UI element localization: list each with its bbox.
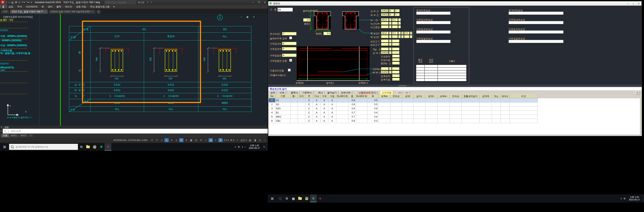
grid-column-header[interactable]: 개소 — [492, 94, 500, 98]
layout-tab-1[interactable]: 배치1 — [10, 134, 18, 137]
rebar-field[interactable] — [389, 35, 392, 38]
table-cell[interactable] — [414, 119, 425, 123]
viewport-scale[interactable]: 1:1 ▾ — [223, 138, 229, 142]
table-cell[interactable] — [438, 98, 450, 102]
rebar-field[interactable] — [398, 22, 401, 25]
concrete-field[interactable]: C — [282, 32, 296, 35]
table-cell[interactable] — [438, 111, 450, 115]
rebar-field[interactable] — [392, 62, 400, 65]
selection-cycling-icon[interactable]: ◫ — [194, 138, 198, 142]
table-cell[interactable] — [298, 115, 305, 119]
rebar-field[interactable] — [392, 74, 400, 77]
table-cell[interactable] — [480, 115, 492, 119]
table-cell[interactable]: WG1 — [275, 115, 290, 119]
concrete-reinf-input[interactable] — [416, 12, 450, 15]
annotation-monitor-icon[interactable]: ◨ — [253, 138, 257, 142]
rebar-field[interactable]: HD13 — [381, 18, 389, 21]
calc-cell[interactable] — [424, 70, 438, 73]
table-cell[interactable]: 1 — [269, 98, 275, 102]
ribbon-tab-apps[interactable]: 주요 응용프로그램 — [88, 5, 111, 9]
form-in-reinf-input[interactable] — [416, 21, 450, 24]
table-cell[interactable]: 0.4 — [367, 115, 378, 119]
rebar-field[interactable] — [398, 35, 401, 38]
ribbon-tab-home[interactable]: 홈 — [0, 5, 7, 9]
grid-column-header[interactable]: 길이L — [414, 94, 425, 98]
osnap-toggle-icon[interactable]: ⊓ — [179, 138, 184, 142]
grid-column-header[interactable]: 층~ — [290, 94, 298, 98]
grid-column-header[interactable]: 세대수 — [500, 94, 510, 98]
table-cell[interactable]: 0.7 — [348, 111, 356, 115]
width-value-field[interactable]: 0.5 — [323, 32, 331, 35]
rebar-field[interactable] — [398, 32, 401, 35]
rebar-field[interactable] — [392, 25, 398, 28]
table-cell[interactable] — [480, 107, 492, 111]
new-tab-button[interactable]: + — [96, 10, 100, 14]
rebar-field[interactable] — [392, 71, 400, 74]
table-cell[interactable]: A — [328, 107, 336, 111]
rebar-field[interactable]: SHD22 — [381, 51, 389, 54]
table-cell[interactable] — [298, 107, 305, 111]
calc-cell[interactable] — [424, 76, 438, 79]
rebar-field[interactable] — [389, 67, 392, 70]
plot-icon[interactable]: ⎙ — [18, 1, 20, 4]
table-cell[interactable] — [438, 115, 450, 119]
viewport-window-controls[interactable]: ─ ▣ ✕ — [240, 16, 257, 18]
table-cell[interactable] — [414, 111, 425, 115]
table-cell[interactable]: C — [305, 98, 313, 102]
network-icon[interactable]: ⌁ — [244, 146, 246, 148]
table-cell[interactable]: G2 — [275, 102, 290, 107]
table-cell[interactable]: 5 — [269, 115, 275, 119]
close-tab-icon[interactable]: ✕ — [92, 11, 93, 13]
table-row[interactable]: 3G2ACAAA0.80.6 — [269, 107, 538, 111]
infer-icon[interactable]: ◇ — [160, 138, 164, 142]
table-cell[interactable]: 0.4 — [367, 111, 378, 115]
table-cell[interactable] — [510, 111, 538, 115]
table-cell[interactable] — [462, 98, 480, 102]
taskbar-search-input[interactable] — [15, 145, 75, 148]
rebar-field[interactable]: SHD22 — [381, 9, 389, 12]
form-inner-field[interactable]: A — [282, 42, 296, 45]
table-cell[interactable] — [290, 111, 298, 115]
table-cell[interactable]: 0.5 — [367, 102, 378, 107]
rebar-field[interactable] — [398, 18, 401, 21]
grid-column-header[interactable]: 춤 — [348, 94, 356, 98]
rebar-field[interactable] — [381, 35, 389, 38]
open-icon[interactable]: ▱ — [8, 1, 10, 4]
table-cell[interactable]: A — [328, 115, 336, 119]
signin-label[interactable]: 로그인 — [138, 1, 144, 4]
taskbar-clock[interactable]: 오후 1:20 2022-06-17 — [627, 196, 642, 201]
table-cell[interactable] — [298, 98, 305, 102]
table-cell[interactable] — [492, 119, 500, 123]
table-cell[interactable]: A — [320, 115, 328, 119]
rebar-field[interactable]: 6 — [394, 13, 400, 16]
rebar-field[interactable] — [389, 22, 392, 25]
grid-column-header[interactable]: 거밑 — [328, 94, 336, 98]
table-cell[interactable]: C — [305, 107, 313, 111]
table-cell[interactable] — [450, 107, 462, 111]
grid-column-header[interactable]: 기호 — [275, 94, 290, 98]
table-row[interactable]: 5WG1CAAA0.70.4 — [269, 115, 538, 119]
table-cell[interactable] — [438, 102, 450, 107]
table-cell[interactable]: A — [328, 98, 336, 102]
rebar-field[interactable] — [392, 48, 400, 51]
dynamic-ucs-icon[interactable]: ⤢ — [204, 138, 208, 142]
volume-icon[interactable]: 🕨 — [242, 146, 243, 148]
rebar-field[interactable] — [410, 35, 412, 38]
table-cell[interactable] — [438, 119, 450, 123]
table-cell[interactable] — [390, 102, 402, 107]
grid-column-header[interactable]: 보폭w~ — [438, 94, 450, 98]
restore-button[interactable]: ❐ — [256, 0, 262, 5]
rebar-field[interactable] — [404, 35, 410, 38]
table-cell[interactable] — [414, 115, 425, 119]
rebar-field[interactable] — [389, 48, 392, 51]
layout-add-button[interactable]: + — [28, 134, 33, 137]
table-cell[interactable] — [500, 111, 510, 115]
table-cell[interactable]: A — [313, 102, 320, 107]
table-cell[interactable] — [462, 115, 480, 119]
rebar-field[interactable] — [392, 78, 400, 81]
settings-gear-icon[interactable]: ⚙ ▾ — [230, 138, 234, 142]
grid-column-header[interactable]: 거내 — [313, 94, 320, 98]
taskbar-clock[interactable]: 오후 1:20 2022-06-17 — [247, 144, 262, 149]
help-icon[interactable]: ? — [150, 1, 152, 4]
table-cell[interactable]: A — [313, 98, 320, 102]
